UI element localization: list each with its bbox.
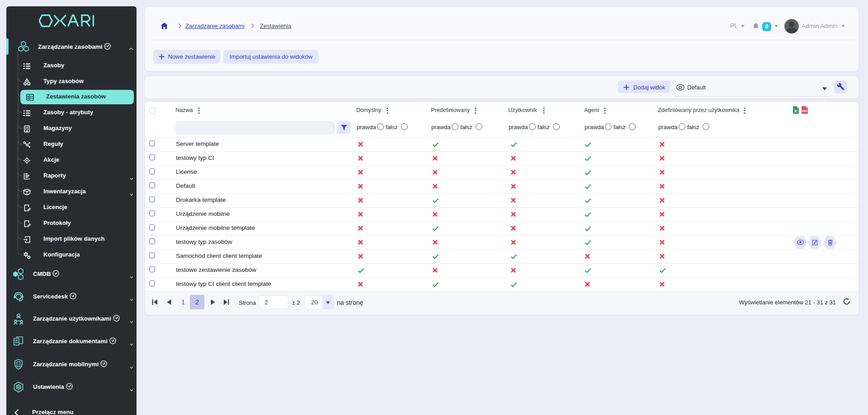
- svg-text:PDF: PDF: [802, 109, 808, 112]
- svg-text:X: X: [794, 108, 797, 113]
